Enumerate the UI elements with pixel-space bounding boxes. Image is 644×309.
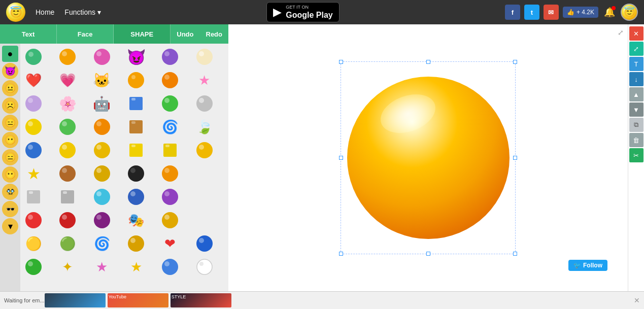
svg-point-21 [199,98,204,103]
emoji-heart-pink[interactable]: 💗 [56,69,79,91]
svg-rect-17 [131,98,135,100]
emoji-blue-ball[interactable] [22,139,45,161]
copy-tool-button[interactable]: ⧉ [629,118,643,132]
ad-close-button[interactable]: ✕ [634,296,640,304]
face-item-1[interactable]: 😈 [2,63,18,79]
emoji-white-circle[interactable] [193,256,216,278]
facebook-button[interactable]: f [505,5,520,20]
emoji-purple-ball2[interactable] [159,186,181,208]
move-up-button[interactable]: ▲ [629,87,643,101]
emoji-green-ball4[interactable] [22,256,45,278]
emoji-star-pink2[interactable]: ★ [91,256,113,278]
emoji-devil-face[interactable]: 😈 [125,46,147,68]
home-link[interactable]: Home [36,8,54,16]
emoji-gold-ball2[interactable] [159,209,181,231]
emoji-star-gold[interactable]: ★ [125,256,147,278]
face-item-9[interactable]: 🕶️ [2,201,18,217]
emoji-orange-face[interactable] [125,69,147,91]
emoji-brown-square[interactable] [125,116,147,138]
text-tool-button[interactable]: T [629,57,643,71]
expand-icon[interactable]: ⤢ [618,28,624,37]
emoji-face-green[interactable]: 🟢 [56,232,79,255]
emoji-robot[interactable]: 🤖 [91,92,113,115]
face-item-0[interactable]: ● [2,46,18,62]
email-button[interactable]: ✉ [544,5,559,20]
orange-ball-container[interactable] [341,61,516,254]
like-count: + 4.2K [577,9,594,16]
face-item-5[interactable]: 😶 [2,132,18,148]
emoji-cyan-ball[interactable] [91,186,113,208]
google-play-button[interactable]: ▶ GET IT ON Google Play [266,2,339,22]
emoji-red-ball[interactable] [22,209,45,231]
emoji-sunflower[interactable]: 🌸 [56,92,79,115]
emoji-yellow-ball4[interactable] [193,139,216,161]
like-button[interactable]: 👍 + 4.2K [563,7,598,18]
emoji-blue-ball4[interactable] [159,256,181,278]
emoji-swirl[interactable]: 🌀 [91,232,113,255]
emoji-gold-ball3[interactable] [125,232,147,255]
emoji-red-ball2[interactable] [56,209,79,231]
emoji-heart-red[interactable]: ❤️ [22,69,45,91]
emoji-face-cat[interactable]: 🐱 [91,69,113,91]
emoji-gold-ball[interactable] [91,162,113,185]
emoji-silver-sq[interactable] [22,186,45,208]
emoji-blue-square[interactable] [125,92,147,115]
emoji-orange-ball[interactable] [56,46,79,68]
resize-tool-button[interactable]: ⤢ [629,42,643,56]
twitter-button[interactable]: t [524,5,539,20]
emoji-yellow-square2[interactable] [159,139,181,161]
emoji-black-ball[interactable] [125,162,147,185]
emoji-blue-ball3[interactable] [193,232,216,255]
emoji-lavender[interactable] [22,92,45,115]
tab-text[interactable]: Text [0,24,57,44]
user-avatar[interactable]: 😇 [621,4,638,21]
emoji-tiedye[interactable]: 🌀 [159,116,181,138]
move-down-button[interactable]: ▼ [629,102,643,117]
emoji-blue-ball2[interactable] [125,186,147,208]
emoji-silver-sq2[interactable] [56,186,79,208]
emoji-pattern[interactable]: 🎭 [125,209,147,231]
emoji-green-ball3[interactable] [56,116,79,138]
emoji-star-pink[interactable]: ★ [193,69,216,91]
emoji-brown-ball[interactable] [56,162,79,185]
emoji-green-circle[interactable] [22,46,45,68]
emoji-orange-ball4[interactable] [159,162,181,185]
delete-tool-button[interactable]: 🗑 [629,133,643,147]
tab-face[interactable]: Face [57,24,114,44]
face-item-7[interactable]: 😶 [2,166,18,183]
close-tool-button[interactable]: ✕ [629,26,643,41]
emoji-yellow-ball3[interactable] [91,139,113,161]
notification-bell[interactable]: 🔔 [602,5,617,19]
functions-dropdown[interactable]: Functions ▾ [64,8,101,16]
emoji-orange-ball3[interactable] [91,116,113,138]
emoji-star-sparkle[interactable]: ✦ [56,256,79,278]
face-item-8[interactable]: 🥸 [2,184,18,200]
emoji-green-ball2[interactable] [159,92,181,115]
emoji-pink-ball[interactable] [91,46,113,68]
undo-button[interactable]: Undo [171,30,199,38]
orange-ball[interactable] [347,77,510,239]
redo-button[interactable]: Redo [200,30,229,38]
emoji-orange-ball2[interactable] [159,69,181,91]
google-play-name-text: Google Play [286,10,332,20]
link-tool-button[interactable]: ✂ [629,148,643,162]
emoji-heart2[interactable]: ❤ [159,232,181,255]
emoji-leaf[interactable]: 🍃 [193,116,216,138]
emoji-silver-ball[interactable] [193,92,216,115]
emoji-face-yellow[interactable]: 🟡 [22,232,45,255]
emoji-cream-ball[interactable] [193,46,216,68]
emoji-star-yellow[interactable]: ★ [22,162,45,185]
face-item-2[interactable]: 😐 [2,80,18,96]
emoji-yellow-square[interactable] [125,139,147,161]
face-item-4[interactable]: 😑 [2,115,18,131]
emoji-yellow-ball2[interactable] [56,139,79,161]
emoji-yellow-ball[interactable] [22,116,45,138]
emoji-dark-purple[interactable] [91,209,113,231]
face-item-10[interactable]: ▾ [2,218,18,234]
import-tool-button[interactable]: ↓ [629,72,643,86]
face-item-6[interactable]: 😑 [2,149,18,165]
tab-shape[interactable]: SHAPE [114,24,171,44]
face-item-3[interactable]: ☹️ [2,97,18,114]
emoji-purple-ball[interactable] [159,46,181,68]
twitter-follow-button[interactable]: 🐦 Follow [568,260,607,271]
